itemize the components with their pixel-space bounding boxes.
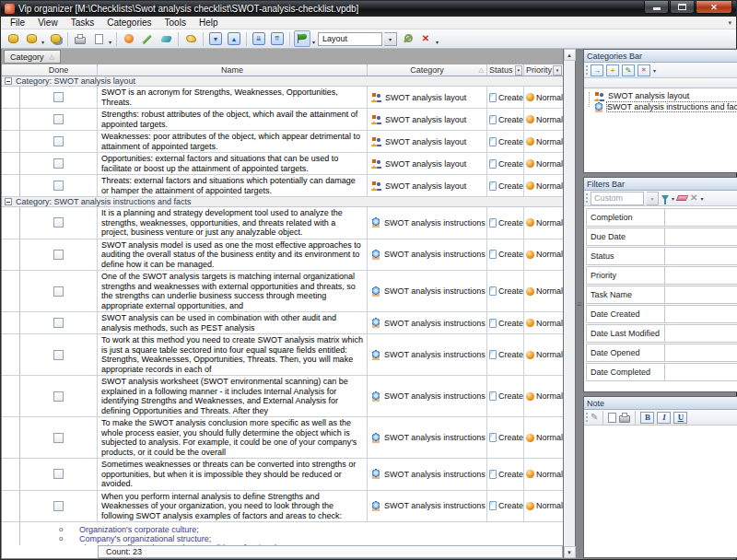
grid-vertical-scrollbar[interactable]: ▲ ▼: [564, 49, 576, 558]
table-row[interactable]: It is a planning and strategy developmen…: [2, 207, 563, 239]
done-checkbox[interactable]: [53, 181, 64, 191]
priority-filter-button[interactable]: ▾: [553, 65, 562, 76]
filter-value[interactable]: [665, 286, 737, 304]
highlighter-dropdown-icon[interactable]: ▾: [312, 39, 316, 48]
minimize-button[interactable]: [644, 1, 669, 14]
delete-layout-button[interactable]: ✕: [417, 30, 434, 47]
new-category-button[interactable]: →: [591, 64, 603, 76]
open-database-button[interactable]: [23, 30, 40, 47]
note-editor[interactable]: [584, 426, 737, 557]
maximize-button[interactable]: [670, 1, 695, 14]
filter-preset-dropdown[interactable]: ▾: [647, 192, 659, 205]
filters-toolbar-overflow-icon[interactable]: ▾: [700, 195, 703, 202]
italic-button[interactable]: I: [657, 412, 671, 424]
done-checkbox[interactable]: [53, 391, 64, 402]
layout-overflow-icon[interactable]: ▾: [436, 39, 439, 48]
new-task-button[interactable]: [121, 30, 137, 47]
category-item-swot-layout[interactable]: SWOT analysis layout 5 5: [584, 90, 737, 101]
group-by-category-button[interactable]: Category △: [4, 50, 61, 64]
filter-value[interactable]: [665, 344, 737, 362]
print-note-icon[interactable]: [619, 415, 630, 423]
done-checkbox[interactable]: [53, 250, 64, 260]
filter-value[interactable]: [665, 208, 737, 227]
table-row[interactable]: One of the SWOT analysis targets is matc…: [2, 271, 563, 312]
open-dropdown-icon[interactable]: ▾: [41, 39, 45, 48]
move-down-button[interactable]: ▼: [207, 30, 224, 47]
status-filter-button[interactable]: ▾: [515, 65, 522, 76]
print-button[interactable]: [72, 30, 88, 47]
duplicate-task-button[interactable]: [158, 30, 174, 47]
print-preview-button[interactable]: [90, 30, 107, 47]
scroll-up-arrow[interactable]: ▲: [564, 49, 576, 61]
done-checkbox[interactable]: [53, 217, 64, 228]
new-subcategory-button[interactable]: +: [606, 64, 619, 76]
print-dropdown-icon[interactable]: ▾: [109, 39, 112, 48]
table-row[interactable]: SWOT is an acronym for Strengths, Weakne…: [2, 87, 563, 109]
filter-value[interactable]: [665, 247, 737, 265]
column-header-category[interactable]: Category△: [368, 64, 487, 76]
menu-tools[interactable]: Tools: [158, 18, 193, 28]
save-database-button[interactable]: [47, 30, 64, 47]
menu-help[interactable]: Help: [193, 18, 225, 28]
edit-note-icon[interactable]: ✎: [591, 413, 598, 422]
layout-combobox-dropdown[interactable]: ▾: [384, 32, 397, 46]
table-row[interactable]: Threats: external factors and situations…: [2, 175, 563, 197]
done-checkbox[interactable]: [53, 158, 64, 169]
underline-button[interactable]: U: [673, 412, 687, 424]
filter-value[interactable]: [665, 266, 737, 285]
collapse-group-icon[interactable]: [5, 198, 12, 205]
done-checkbox[interactable]: [53, 286, 64, 297]
menu-tasks[interactable]: Tasks: [64, 18, 101, 28]
menu-file[interactable]: File: [4, 18, 31, 28]
collapse-all-button[interactable]: ⇈: [269, 30, 286, 47]
done-checkbox[interactable]: [53, 92, 64, 102]
edit-category-button[interactable]: ✎: [622, 64, 635, 76]
table-row[interactable]: SWOT analysis worksheet (SWOT environmen…: [2, 376, 563, 417]
group-row-swot-instructions[interactable]: Category: SWOT analysis instructions and…: [2, 197, 563, 207]
filter-dropdown-icon[interactable]: ▾: [672, 195, 674, 202]
table-row[interactable]: Strengths: robust attributes of the obje…: [2, 109, 563, 131]
filter-value[interactable]: [665, 324, 737, 343]
clear-filter-icon[interactable]: [676, 195, 688, 201]
table-row[interactable]: Opportunities: external factors and situ…: [2, 153, 563, 175]
layout-combobox[interactable]: Layout: [318, 32, 382, 46]
done-checkbox[interactable]: [53, 114, 64, 124]
table-row[interactable]: Weaknesses: poor attributes of the objec…: [2, 131, 563, 153]
column-header-status[interactable]: Status▾: [487, 64, 524, 76]
expand-all-button[interactable]: ⇊: [251, 30, 267, 47]
customize-layout-button[interactable]: [399, 30, 415, 47]
table-row[interactable]: When you perform internal analysis to de…: [2, 491, 563, 523]
delete-filter-icon[interactable]: ✕: [690, 193, 697, 203]
table-row[interactable]: To work at this method you need to creat…: [2, 334, 563, 376]
done-checkbox[interactable]: [53, 501, 64, 511]
edit-task-button[interactable]: [139, 30, 156, 47]
done-checkbox[interactable]: [53, 318, 64, 328]
column-header-done[interactable]: Done: [20, 64, 98, 76]
filter-value[interactable]: [665, 363, 737, 381]
new-database-button[interactable]: [5, 30, 21, 47]
dock-splitter[interactable]: ≡: [576, 49, 583, 558]
table-row[interactable]: SWOT analysis can be used in combination…: [2, 312, 563, 334]
note-page-icon[interactable]: [608, 413, 616, 423]
filter-value[interactable]: [665, 305, 737, 323]
filter-preset-combobox[interactable]: Custom: [591, 192, 644, 205]
done-checkbox[interactable]: [53, 136, 64, 146]
close-button[interactable]: ✕: [696, 1, 732, 14]
scroll-down-arrow[interactable]: ▼: [564, 546, 576, 558]
menu-view[interactable]: View: [31, 18, 64, 28]
bold-button[interactable]: B: [640, 412, 654, 424]
filter-value[interactable]: [665, 228, 737, 246]
table-row[interactable]: To make the SWOT analysis conclusion mor…: [2, 417, 563, 459]
table-row[interactable]: SWOT analysis model is used as one the m…: [2, 239, 563, 272]
notify-button[interactable]: [182, 30, 199, 47]
category-item-swot-instructions[interactable]: SWOT analysis instructions and facts 18 …: [584, 101, 737, 112]
column-header-priority[interactable]: Priority▾: [524, 64, 563, 76]
highlighter-button[interactable]: [294, 30, 310, 47]
done-checkbox[interactable]: [53, 433, 64, 443]
menu-categories[interactable]: Categories: [100, 18, 158, 28]
delete-category-button[interactable]: ✕: [638, 64, 650, 76]
column-header-name[interactable]: Name: [98, 64, 368, 76]
done-checkbox[interactable]: [53, 469, 64, 479]
collapse-group-icon[interactable]: [5, 77, 12, 85]
group-row-swot-layout[interactable]: Category: SWOT analysis layout: [2, 76, 563, 87]
